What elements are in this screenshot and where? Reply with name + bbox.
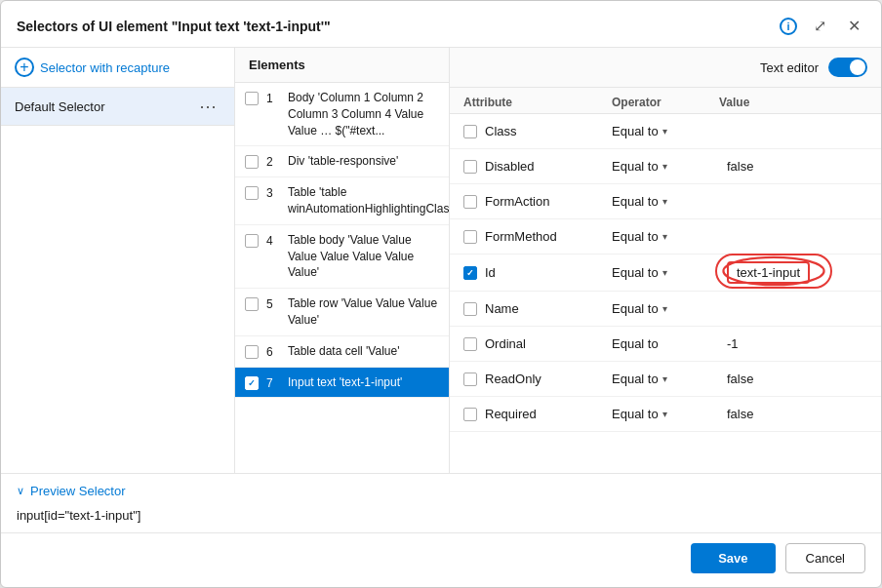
chevron-down-icon-required[interactable]: ▾ — [662, 409, 667, 419]
attr-checkbox-required[interactable] — [463, 408, 477, 421]
element-row[interactable]: 4 Table body 'Value Value Value Value Va… — [235, 225, 449, 289]
element-checkbox-5[interactable] — [245, 297, 259, 311]
kebab-menu-button[interactable]: ⋯ — [195, 98, 220, 115]
attr-name-cell-readonly: ReadOnly — [463, 372, 612, 386]
attr-row-required: Required Equal to ▾ false — [450, 397, 881, 432]
info-icon[interactable]: i — [780, 18, 797, 35]
attr-checkbox-disabled[interactable] — [463, 160, 477, 174]
chevron-down-icon-name[interactable]: ▾ — [662, 303, 667, 314]
dialog-title: Selectors of UI element "Input text 'tex… — [17, 19, 772, 34]
attr-operator-id: Equal to ▾ — [612, 265, 719, 280]
attr-operator-label-ordinal: Equal to — [612, 336, 659, 351]
col-operator: Operator — [612, 96, 719, 109]
cancel-button[interactable]: Cancel — [785, 543, 865, 573]
attr-operator-class: Equal to ▾ — [612, 124, 719, 138]
attr-operator-disabled: Equal to ▾ — [612, 159, 719, 174]
dialog-body: + Selector with recapture Default Select… — [1, 48, 881, 473]
elements-panel: Elements 1 Body 'Column 1 Column 2 Colum… — [235, 48, 450, 473]
element-row[interactable]: 6 Table data cell 'Value' — [235, 336, 449, 368]
attr-header-row: Text editor — [450, 48, 881, 88]
attr-name-cell-formmethod: FormMethod — [463, 229, 612, 244]
attr-row-ordinal: Ordinal Equal to -1 — [450, 327, 881, 362]
element-text-4: Table body 'Value Value Value Value Valu… — [288, 232, 439, 281]
attr-name-ordinal: Ordinal — [485, 336, 526, 351]
value-annotated-id: text-1-input — [727, 261, 810, 284]
element-checkbox-4[interactable] — [245, 234, 259, 248]
chevron-down-icon-id[interactable]: ▾ — [662, 267, 667, 278]
id-value-text[interactable]: text-1-input — [727, 261, 810, 284]
attr-checkbox-readonly[interactable] — [463, 372, 477, 386]
element-num-7: 7 — [266, 376, 280, 390]
attr-value-ordinal: -1 — [719, 336, 867, 351]
element-row[interactable]: 1 Body 'Column 1 Column 2 Column 3 Colum… — [235, 83, 449, 146]
element-checkbox-2[interactable] — [245, 155, 259, 169]
attr-checkbox-formaction[interactable] — [463, 195, 477, 209]
element-row[interactable]: 2 Div 'table-responsive' — [235, 146, 449, 177]
element-checkbox-3[interactable] — [245, 186, 259, 200]
chevron-up-icon: ∨ — [17, 485, 24, 497]
attr-name-readonly: ReadOnly — [485, 372, 541, 386]
element-num-4: 4 — [266, 234, 280, 248]
text-editor-label: Text editor — [760, 60, 819, 75]
attr-checkbox-ordinal[interactable] — [463, 337, 477, 351]
chevron-down-icon-formmethod[interactable]: ▾ — [662, 231, 667, 242]
attr-columns: Attribute Operator Value — [450, 88, 881, 114]
attr-name-formmethod: FormMethod — [485, 229, 557, 244]
expand-button[interactable]: ⤢ — [809, 15, 831, 37]
attr-row-name: Name Equal to ▾ — [450, 292, 881, 327]
attr-name-cell-class: Class — [463, 124, 612, 138]
attr-name-class: Class — [485, 124, 517, 138]
attr-row-formaction: FormAction Equal to ▾ — [450, 184, 881, 219]
attr-checkbox-id[interactable] — [463, 266, 477, 280]
col-attribute: Attribute — [463, 96, 612, 109]
attr-row-id: Id Equal to ▾ text-1-input — [450, 255, 881, 292]
attr-checkbox-formmethod[interactable] — [463, 230, 477, 244]
text-editor-toggle[interactable] — [828, 58, 867, 77]
attr-name-cell-ordinal: Ordinal — [463, 336, 612, 351]
element-checkbox-7[interactable] — [245, 376, 259, 390]
element-text-6: Table data cell 'Value' — [288, 343, 399, 360]
save-button[interactable]: Save — [691, 543, 775, 573]
attr-checkbox-class[interactable] — [463, 125, 477, 138]
element-num-2: 2 — [266, 155, 280, 169]
attr-operator-required: Equal to ▾ — [612, 407, 719, 421]
elements-list: 1 Body 'Column 1 Column 2 Column 3 Colum… — [235, 83, 449, 473]
element-row[interactable]: 5 Table row 'Value Value Value Value' — [235, 289, 449, 336]
add-selector-button[interactable]: + Selector with recapture — [1, 48, 234, 88]
element-text-7: Input text 'text-1-input' — [288, 374, 402, 391]
attr-row-class: Class Equal to ▾ — [450, 114, 881, 149]
chevron-down-icon-class[interactable]: ▾ — [662, 126, 667, 137]
chevron-down-icon-readonly[interactable]: ▾ — [662, 373, 667, 384]
attr-row-readonly: ReadOnly Equal to ▾ false — [450, 362, 881, 397]
attr-operator-formmethod: Equal to ▾ — [612, 229, 719, 244]
preview-label: Preview Selector — [30, 484, 126, 498]
default-selector-item[interactable]: Default Selector ⋯ — [1, 88, 234, 126]
attr-name-formaction: FormAction — [485, 194, 549, 209]
chevron-down-icon-formaction[interactable]: ▾ — [662, 196, 667, 207]
element-checkbox-6[interactable] — [245, 345, 259, 359]
attr-row-disabled: Disabled Equal to ▾ false — [450, 149, 881, 184]
attr-operator-readonly: Equal to ▾ — [612, 372, 719, 386]
element-row-selected[interactable]: 7 Input text 'text-1-input' — [235, 368, 449, 399]
preview-toggle[interactable]: ∨ Preview Selector — [17, 484, 865, 498]
attr-operator-formaction: Equal to ▾ — [612, 194, 719, 209]
attr-operator-label-class: Equal to — [612, 124, 659, 138]
chevron-down-icon-disabled[interactable]: ▾ — [662, 161, 667, 172]
preview-value: input[id="text-1-input"] — [17, 506, 865, 532]
element-num-1: 1 — [266, 92, 280, 105]
attr-value-readonly: false — [719, 372, 867, 386]
close-button[interactable]: ✕ — [843, 15, 865, 37]
attr-operator-label-id: Equal to — [612, 265, 659, 280]
attr-operator-label-formaction: Equal to — [612, 194, 659, 209]
element-checkbox-1[interactable] — [245, 92, 259, 105]
element-num-5: 5 — [266, 297, 280, 311]
attr-checkbox-name[interactable] — [463, 302, 477, 316]
element-text-5: Table row 'Value Value Value Value' — [288, 295, 439, 329]
element-row[interactable]: 3 Table 'table winAutomationHighlighting… — [235, 177, 449, 225]
dialog-buttons: Save Cancel — [1, 532, 881, 587]
element-num-3: 3 — [266, 186, 280, 200]
attr-operator-name: Equal to ▾ — [612, 301, 719, 316]
plus-icon: + — [15, 58, 34, 77]
attr-name-disabled: Disabled — [485, 159, 535, 174]
element-text-1: Body 'Column 1 Column 2 Column 3 Column … — [288, 90, 439, 138]
